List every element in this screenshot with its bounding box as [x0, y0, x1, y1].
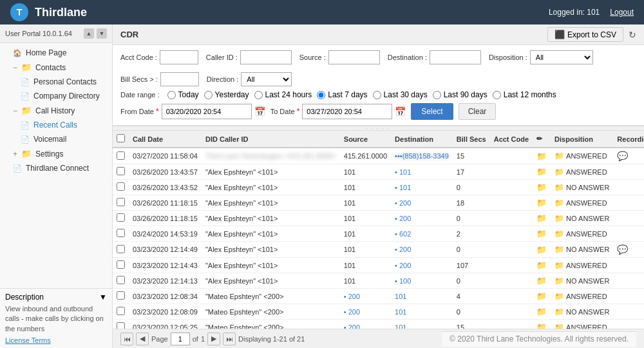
first-page-button[interactable]: ⏮ [120, 333, 133, 345]
destination-cell[interactable]: • 200 [391, 258, 453, 273]
of-label: of [193, 335, 198, 343]
from-date-input[interactable] [162, 104, 252, 119]
row-checkbox[interactable] [117, 307, 125, 315]
source-input[interactable] [328, 50, 380, 64]
row-checkbox[interactable] [117, 229, 125, 237]
table-row: 03/24/2020 14:53:19 "Alex Epshteyn" <101… [113, 226, 644, 242]
call-date-cell: 03/23/2020 12:14:13 [129, 273, 202, 289]
radio-today[interactable]: Today [167, 90, 199, 99]
collapse-icon[interactable]: ▲ [84, 28, 94, 39]
disposition-select[interactable]: All ANSWERED NO ANSWER BUSY [530, 50, 593, 64]
prev-page-button[interactable]: ◀ [136, 333, 149, 345]
source-header: Source [340, 131, 391, 148]
recording-icon[interactable]: 💬 [617, 151, 628, 161]
page-number-input[interactable] [171, 333, 190, 345]
radio-last30[interactable]: Last 30 days [373, 90, 428, 99]
next-page-button[interactable]: ▶ [207, 333, 220, 345]
source-cell[interactable]: 101 [340, 242, 391, 258]
row-checkbox[interactable] [117, 167, 125, 175]
export-csv-button[interactable]: ⬛ Export to CSV [547, 27, 623, 42]
row-checkbox[interactable] [117, 322, 125, 329]
source-cell[interactable]: 101 [340, 273, 391, 289]
source-cell[interactable]: • 200 [340, 320, 391, 329]
refresh-button[interactable]: ↻ [629, 30, 636, 40]
row-checkbox[interactable] [117, 213, 125, 222]
destination-cell[interactable]: • 200 [391, 195, 453, 211]
radio-last12m[interactable]: Last 12 months [493, 90, 556, 99]
recording-icon[interactable]: 💬 [617, 244, 628, 255]
destination-cell[interactable]: • 602 [391, 226, 453, 242]
sidebar-item-home[interactable]: 🏠 Home Page [0, 46, 112, 60]
sidebar-item-voicemail[interactable]: 📄 Voicemail [0, 132, 112, 146]
bill-secs-cell: 107 [453, 258, 490, 273]
radio-last7[interactable]: Last 7 days [317, 90, 367, 99]
bill-secs-group: Bill Secs > : [120, 72, 199, 86]
logout-link[interactable]: Logout [610, 8, 634, 17]
sidebar-item-contacts[interactable]: − 📁 Contacts [0, 60, 112, 75]
radio-last90-input[interactable] [433, 91, 441, 99]
description-toggle[interactable]: Description ▼ [5, 293, 107, 302]
destination-cell[interactable]: • 101 [391, 164, 453, 180]
call-records-table: Call Date DID Caller ID Source Destinati… [113, 131, 644, 329]
sidebar-item-call-history[interactable]: − 📁 Call History [0, 103, 112, 118]
page-label: Page [151, 335, 168, 343]
radio-last24[interactable]: Last 24 hours [254, 90, 312, 99]
to-date-calendar-icon[interactable]: 📅 [395, 106, 406, 117]
caller-id-input[interactable] [240, 50, 292, 64]
row-checkbox[interactable] [117, 198, 125, 206]
radio-last90[interactable]: Last 90 days [433, 90, 488, 99]
select-button[interactable]: Select [411, 103, 453, 120]
folder-cell: 📁 [533, 148, 551, 164]
destination-input[interactable] [430, 50, 481, 64]
resize-handle[interactable]: · · · · · [113, 126, 644, 131]
sidebar-item-thirdlane-connect[interactable]: 📄 Thirdlane Connect [0, 161, 112, 175]
source-cell[interactable]: 101 [340, 164, 391, 180]
radio-today-input[interactable] [167, 91, 176, 99]
destination-cell[interactable]: 101 [391, 289, 453, 304]
radio-last30-input[interactable] [373, 91, 381, 99]
row-checkbox[interactable] [117, 276, 125, 284]
select-all-checkbox[interactable] [117, 134, 125, 142]
source-cell[interactable]: 101 [340, 211, 391, 226]
destination-cell[interactable]: 101 [391, 320, 453, 329]
acct-code-cell [490, 304, 533, 320]
to-date-input[interactable] [302, 104, 392, 119]
destination-cell[interactable]: • 200 [391, 211, 453, 226]
sidebar-item-recent-calls[interactable]: 📄 Recent Calls [0, 118, 112, 132]
row-checkbox[interactable] [117, 182, 125, 191]
source-cell[interactable]: 101 [340, 195, 391, 211]
radio-yesterday-input[interactable] [204, 91, 213, 99]
bill-secs-input[interactable] [160, 72, 199, 86]
source-cell[interactable]: 101 [340, 226, 391, 242]
row-checkbox[interactable] [117, 151, 125, 160]
license-link[interactable]: License Terms [5, 336, 107, 344]
sidebar-item-personal-contacts[interactable]: 📄 Personal Contacts [0, 75, 112, 89]
source-cell[interactable]: • 200 [340, 289, 391, 304]
radio-yesterday[interactable]: Yesterday [204, 90, 249, 99]
acct-code-input[interactable] [160, 50, 198, 64]
destination-cell[interactable]: 101 [391, 304, 453, 320]
destination-cell[interactable]: • 200 [391, 242, 453, 258]
last-page-button[interactable]: ⏭ [223, 333, 236, 345]
from-date-calendar-icon[interactable]: 📅 [254, 106, 265, 117]
source-cell: 415.261.0000 [340, 148, 391, 164]
caller-id-cell: "Alex Epshteyn" <101> [202, 242, 340, 258]
clear-button[interactable]: Clear [459, 103, 497, 120]
source-cell[interactable]: 101 [340, 258, 391, 273]
destination-cell[interactable]: •••(858)158-3349 [391, 148, 453, 164]
row-checkbox[interactable] [117, 245, 125, 253]
sidebar-item-settings[interactable]: + 📁 Settings [0, 146, 112, 161]
sidebar-item-company-directory[interactable]: 📄 Company Directory [0, 89, 112, 103]
source-cell[interactable]: • 200 [340, 304, 391, 320]
expand-icon[interactable]: ▼ [97, 28, 107, 39]
destination-cell[interactable]: • 100 [391, 273, 453, 289]
source-cell[interactable]: 101 [340, 180, 391, 195]
radio-last7-input[interactable] [317, 91, 325, 99]
radio-last24-input[interactable] [254, 91, 263, 99]
sidebar-item-label: Settings [35, 150, 63, 159]
destination-cell[interactable]: • 101 [391, 180, 453, 195]
direction-select[interactable]: All Inbound Outbound [241, 72, 292, 86]
row-checkbox[interactable] [117, 260, 125, 269]
radio-last12m-input[interactable] [493, 91, 501, 99]
row-checkbox[interactable] [117, 291, 125, 300]
